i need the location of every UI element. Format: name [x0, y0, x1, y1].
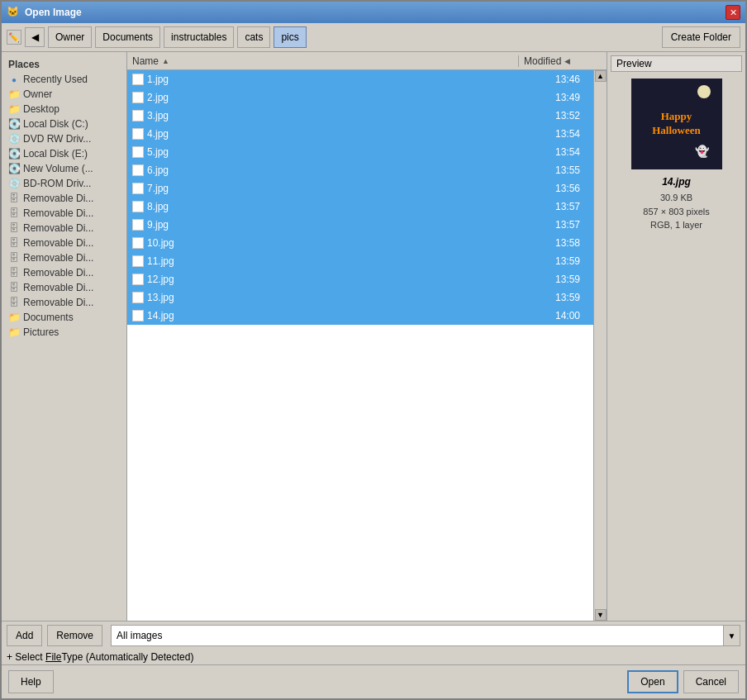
file-icon: 🖼 — [132, 237, 144, 249]
file-row[interactable]: 🖼 10.jpg 13:58 — [127, 234, 593, 252]
file-icon: 🖼 — [132, 292, 144, 303]
sidebar-item-removable-5[interactable]: 🗄 Removable Di... — [2, 250, 126, 265]
file-icon: 🖼 — [132, 183, 144, 194]
sort-arrow-name: ▲ — [162, 57, 169, 65]
sidebar-section-label: Places — [2, 55, 126, 72]
removable-icon-1: 🗄 — [8, 193, 20, 204]
file-list: 🖼 1.jpg 13:46 🖼 2.jpg 13:49 🖼 3.jpg 13:5… — [127, 70, 593, 621]
file-row[interactable]: 🖼 8.jpg 13:57 — [127, 198, 593, 216]
sidebar-item-desktop[interactable]: 📁 Desktop — [2, 102, 126, 117]
file-type-text: All images — [112, 630, 723, 641]
file-row-modified: 13:55 — [514, 164, 588, 176]
file-row[interactable]: 🖼 13.jpg 13:59 — [127, 288, 593, 307]
file-row-name: 🖼 3.jpg — [132, 110, 514, 121]
removable-icon-8: 🗄 — [8, 297, 20, 308]
file-row[interactable]: 🖼 9.jpg 13:57 — [127, 216, 593, 234]
halloween-text: Happy Halloween — [652, 110, 701, 138]
sidebar-item-removable-1[interactable]: 🗄 Removable Di... — [2, 191, 126, 206]
sidebar-label-desktop: Desktop — [23, 103, 59, 115]
sidebar-item-dvd[interactable]: 💿 DVD RW Driv... — [2, 131, 126, 146]
remove-button[interactable]: Remove — [47, 625, 102, 646]
sidebar-label-removable-7: Removable Di... — [23, 282, 93, 293]
file-row[interactable]: 🖼 2.jpg 13:49 — [127, 88, 593, 107]
file-row[interactable]: 🖼 3.jpg 13:52 — [127, 107, 593, 125]
sidebar-label-recently-used: Recently Used — [23, 74, 88, 85]
file-row-modified: 13:57 — [514, 219, 588, 231]
file-row-name: 🖼 11.jpg — [132, 255, 514, 267]
sidebar-item-pictures[interactable]: 📁 Pictures — [2, 325, 126, 340]
file-row[interactable]: 🖼 14.jpg 14:00 — [127, 307, 593, 325]
crumb-instructables[interactable]: instructables — [164, 26, 234, 48]
file-row[interactable]: 🖼 7.jpg 13:56 — [127, 179, 593, 198]
scroll-down-button[interactable]: ▼ — [595, 609, 607, 621]
file-type-dropdown[interactable]: All images ▼ — [111, 625, 740, 646]
sidebar-item-local-disk-c[interactable]: 💽 Local Disk (C:) — [2, 117, 126, 131]
add-button[interactable]: Add — [7, 625, 42, 646]
preview-filename: 14.jpg — [662, 176, 691, 188]
sidebar-item-removable-7[interactable]: 🗄 Removable Di... — [2, 280, 126, 295]
sidebar-item-removable-2[interactable]: 🗄 Removable Di... — [2, 206, 126, 221]
back-button[interactable]: ◀ — [25, 27, 45, 47]
close-button[interactable]: ✕ — [726, 5, 740, 20]
scroll-up-button[interactable]: ▲ — [595, 70, 607, 82]
create-folder-button[interactable]: Create Folder — [662, 26, 740, 48]
file-list-header: Name ▲ Modified ◀ — [127, 52, 607, 70]
file-row[interactable]: 🖼 6.jpg 13:55 — [127, 161, 593, 179]
scrollbar[interactable]: ▲ ▼ — [593, 70, 607, 621]
sidebar-item-removable-6[interactable]: 🗄 Removable Di... — [2, 265, 126, 280]
file-row-modified: 13:52 — [514, 110, 588, 121]
title-bar: 🐱 Open Image ✕ — [2, 2, 745, 23]
file-row-modified: 13:56 — [514, 183, 588, 194]
sidebar-label-removable-2: Removable Di... — [23, 207, 93, 219]
header-modified[interactable]: Modified ◀ — [519, 55, 593, 67]
crumb-pics[interactable]: pics — [274, 26, 306, 48]
cancel-button[interactable]: Cancel — [683, 670, 739, 693]
file-row-modified: 13:57 — [514, 201, 588, 212]
header-name[interactable]: Name ▲ — [127, 55, 519, 67]
file-row-modified: 13:59 — [514, 255, 588, 267]
toolbar: ✏️ ◀ Owner Documents instructables cats … — [2, 23, 745, 52]
edit-icon-button[interactable]: ✏️ — [7, 30, 21, 45]
file-row[interactable]: 🖼 4.jpg 13:54 — [127, 125, 593, 143]
file-row-name: 🖼 9.jpg — [132, 219, 514, 231]
bottom-bar: Add Remove All images ▼ — [2, 621, 745, 650]
file-type-arrow[interactable]: ▼ — [723, 626, 740, 645]
file-icon: 🖼 — [132, 92, 144, 103]
removable-icon-5: 🗄 — [8, 252, 20, 264]
sidebar-item-removable-3[interactable]: 🗄 Removable Di... — [2, 221, 126, 236]
sidebar-label-local-disk-e: Local Disk (E:) — [23, 148, 88, 160]
file-row[interactable]: 🖼 1.jpg 13:46 — [127, 70, 593, 88]
crumb-cats[interactable]: cats — [237, 26, 270, 48]
sidebar-label-documents: Documents — [23, 312, 74, 323]
open-button[interactable]: Open — [627, 670, 678, 693]
sidebar-item-owner[interactable]: 📁 Owner — [2, 87, 126, 102]
file-row[interactable]: 🖼 5.jpg 13:54 — [127, 143, 593, 161]
type-label-text: Type (Automatically Detected) — [61, 651, 193, 663]
file-row-name: 🖼 6.jpg — [132, 164, 514, 176]
sidebar-item-removable-8[interactable]: 🗄 Removable Di... — [2, 295, 126, 310]
sidebar-item-local-disk-e[interactable]: 💽 Local Disk (E:) — [2, 146, 126, 161]
file-row-modified: 13:54 — [514, 128, 588, 140]
drive-icon-c: 💽 — [8, 118, 20, 130]
sidebar-item-bd-rom[interactable]: 💿 BD-ROM Driv... — [2, 176, 126, 191]
recently-used-icon: ● — [8, 74, 20, 85]
sidebar-label-dvd: DVD RW Driv... — [23, 133, 91, 145]
file-row[interactable]: 🖼 11.jpg 13:59 — [127, 252, 593, 270]
removable-icon-7: 🗄 — [8, 282, 20, 293]
moon-shape — [697, 85, 711, 98]
sidebar-item-recently-used[interactable]: ● Recently Used — [2, 72, 126, 87]
file-row-modified: 13:58 — [514, 237, 588, 249]
file-icon: 🖼 — [132, 128, 144, 140]
file-icon: 🖼 — [132, 274, 144, 285]
sidebar-item-documents[interactable]: 📁 Documents — [2, 310, 126, 325]
crumb-owner[interactable]: Owner — [48, 26, 92, 48]
file-row-name: 🖼 14.jpg — [132, 310, 514, 321]
file-row[interactable]: 🖼 12.jpg 13:59 — [127, 270, 593, 288]
file-underline-label[interactable]: File — [45, 651, 61, 663]
file-icon: 🖼 — [132, 219, 144, 231]
sidebar-item-removable-4[interactable]: 🗄 Removable Di... — [2, 236, 126, 250]
preview-image: Happy Halloween 👻 — [631, 79, 722, 169]
crumb-documents[interactable]: Documents — [95, 26, 160, 48]
help-button[interactable]: Help — [8, 670, 54, 693]
sidebar-item-new-volume[interactable]: 💽 New Volume (... — [2, 161, 126, 176]
